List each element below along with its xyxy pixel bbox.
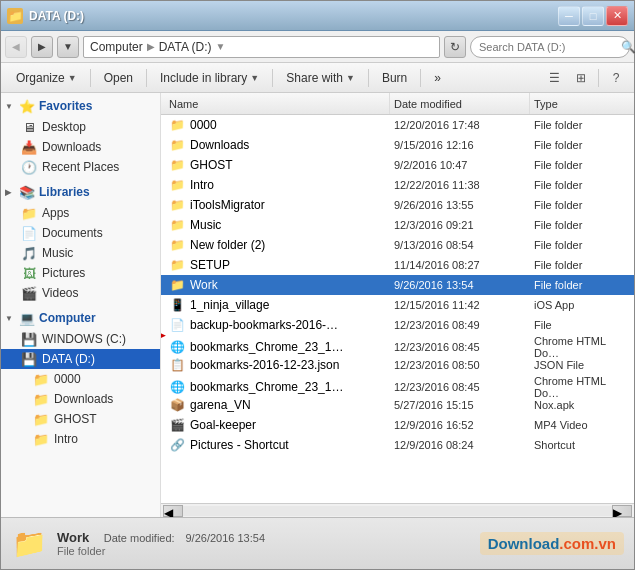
file-name-cell: 📋 bookmarks-2016-12-23.json (165, 357, 390, 373)
search-icon[interactable]: 🔍 (621, 40, 635, 54)
file-apk-icon: 📦 (169, 397, 185, 413)
sidebar-item-videos[interactable]: 🎬 Videos (1, 283, 160, 303)
table-row[interactable]: 📁 Music 12/3/2016 09:21 File folder (161, 215, 634, 235)
sidebar-item-windows[interactable]: 💾 WINDOWS (C:) (1, 329, 160, 349)
view-icons-button[interactable]: ⊞ (569, 67, 593, 89)
table-row[interactable]: 📁 Intro 12/22/2016 11:38 File folder (161, 175, 634, 195)
table-row[interactable]: 🌐 bookmarks_Chrome_23_1… 12/23/2016 08:4… (161, 335, 634, 355)
sidebar-item-desktop[interactable]: 🖥 Desktop (1, 117, 160, 137)
file-folder-icon: 📁 (169, 237, 185, 253)
data-drive-icon: 💾 (21, 351, 37, 367)
sidebar-item-pictures[interactable]: 🖼 Pictures (1, 263, 160, 283)
horizontal-scrollbar[interactable]: ◀ ▶ (161, 503, 634, 517)
title-controls: ─ □ ✕ (558, 6, 628, 26)
col-name[interactable]: Name (165, 93, 390, 114)
title-bar-left: 📁 DATA (D:) (7, 8, 84, 24)
table-row[interactable]: 📁 Work 9/26/2016 13:54 File folder (161, 275, 634, 295)
sidebar-item-downloads[interactable]: 📥 Downloads (1, 137, 160, 157)
sidebar-item-data-downloads[interactable]: 📁 Downloads (1, 389, 160, 409)
pictures-icon: 🖼 (21, 265, 37, 281)
search-input[interactable] (479, 41, 617, 53)
recent-icon: 🕐 (21, 159, 37, 175)
sidebar-item-music[interactable]: 🎵 Music (1, 243, 160, 263)
file-date-cell: 12/9/2016 08:24 (390, 439, 530, 451)
file-type-cell: Shortcut (530, 439, 630, 451)
sidebar-item-data-0000[interactable]: 📁 0000 (1, 369, 160, 389)
refresh-button[interactable]: ↻ (444, 36, 466, 58)
table-row[interactable]: 📁 New folder (2) 9/13/2016 08:54 File fo… (161, 235, 634, 255)
status-date-value: 9/26/2016 13:54 (186, 532, 266, 544)
file-type-cell: Nox.apk (530, 399, 630, 411)
sidebar-item-data[interactable]: 💾 DATA (D:) (1, 349, 160, 369)
back-button[interactable]: ◀ (5, 36, 27, 58)
documents-label: Documents (42, 226, 103, 240)
file-chrome-icon: 🌐 (169, 379, 185, 395)
sidebar-item-recent[interactable]: 🕐 Recent Places (1, 157, 160, 177)
scroll-left-button[interactable]: ◀ (163, 505, 183, 517)
window: 📁 DATA (D:) ─ □ ✕ ◀ ▶ ▼ Computer ▶ DATA … (0, 0, 635, 570)
libraries-header[interactable]: ▶ 📚 Libraries (1, 181, 160, 203)
file-name-text: Music (190, 218, 221, 232)
data-ghost-label: GHOST (54, 412, 97, 426)
computer-header[interactable]: ▼ 💻 Computer (1, 307, 160, 329)
sidebar-item-apps[interactable]: 📁 Apps (1, 203, 160, 223)
minimize-button[interactable]: ─ (558, 6, 580, 26)
help-button[interactable]: ? (604, 67, 628, 89)
view-details-button[interactable]: ☰ (542, 67, 566, 89)
more-button[interactable]: » (425, 66, 450, 90)
more-label: » (434, 71, 441, 85)
organize-button[interactable]: Organize ▼ (7, 66, 86, 90)
file-folder-icon: 📁 (169, 177, 185, 193)
forward-button[interactable]: ▶ (31, 36, 53, 58)
maximize-button[interactable]: □ (582, 6, 604, 26)
status-name-text: Work (57, 530, 89, 545)
table-row[interactable]: 📁 0000 12/20/2016 17:48 File folder (161, 115, 634, 135)
table-row[interactable]: 📁 Downloads 9/15/2016 12:16 File folder (161, 135, 634, 155)
videos-label: Videos (42, 286, 78, 300)
sidebar-item-data-intro[interactable]: 📁 Intro (1, 429, 160, 449)
up-button[interactable]: ▼ (57, 36, 79, 58)
table-row[interactable]: 📁 iToolsMigrator 9/26/2016 13:55 File fo… (161, 195, 634, 215)
file-name-cell: 📱 1_ninja_village (165, 297, 390, 313)
table-row[interactable]: 📁 GHOST 9/2/2016 10:47 File folder (161, 155, 634, 175)
favorites-header[interactable]: ▼ ⭐ Favorites (1, 95, 160, 117)
file-name-cell: 📁 New folder (2) (165, 237, 390, 253)
file-folder-icon: 📁 (169, 117, 185, 133)
table-row[interactable]: 🌐 bookmarks_Chrome_23_1… 12/23/2016 08:4… (161, 375, 634, 395)
file-date-cell: 12/23/2016 08:45 (390, 381, 530, 393)
organize-dropdown-arrow: ▼ (68, 73, 77, 83)
file-date-cell: 12/23/2016 08:50 (390, 359, 530, 371)
file-date-cell: 12/9/2016 16:52 (390, 419, 530, 431)
share-with-arrow: ▼ (346, 73, 355, 83)
table-row[interactable]: 📄 backup-bookmarks-2016-… 12/23/2016 08:… (161, 315, 634, 335)
scroll-right-button[interactable]: ▶ (612, 505, 632, 517)
include-library-button[interactable]: Include in library ▼ (151, 66, 268, 90)
share-with-button[interactable]: Share with ▼ (277, 66, 364, 90)
toolbar-sep5 (420, 69, 421, 87)
file-date-cell: 9/2/2016 10:47 (390, 159, 530, 171)
table-row[interactable]: 🎬 Goal-keeper 12/9/2016 16:52 MP4 Video (161, 415, 634, 435)
burn-button[interactable]: Burn (373, 66, 416, 90)
status-type: File folder (57, 545, 265, 557)
file-type-cell: iOS App (530, 299, 630, 311)
computer-triangle: ▼ (5, 314, 15, 323)
address-path[interactable]: Computer ▶ DATA (D:) ▼ (83, 36, 440, 58)
table-row[interactable]: 📱 1_ninja_village 12/15/2016 11:42 iOS A… (161, 295, 634, 315)
file-name-text: bookmarks-2016-12-23.json (190, 358, 339, 372)
close-button[interactable]: ✕ (606, 6, 628, 26)
file-date-cell: 12/23/2016 08:45 (390, 341, 530, 353)
toolbar-sep1 (90, 69, 91, 87)
file-name-cell: 📁 iToolsMigrator (165, 197, 390, 213)
open-button[interactable]: Open (95, 66, 142, 90)
table-row[interactable]: 📁 SETUP 11/14/2016 08:27 File folder (161, 255, 634, 275)
table-row[interactable]: 🔗 Pictures - Shortcut 12/9/2016 08:24 Sh… (161, 435, 634, 455)
share-with-label: Share with (286, 71, 343, 85)
path-dropdown: ▼ (216, 41, 226, 52)
file-json-icon: 📋 (169, 357, 185, 373)
status-name: Work Date modified: 9/26/2016 13:54 (57, 530, 265, 545)
file-name-text: bookmarks_Chrome_23_1… (190, 340, 343, 354)
col-date[interactable]: Date modified (390, 93, 530, 114)
col-type[interactable]: Type (530, 93, 630, 114)
sidebar-item-documents[interactable]: 📄 Documents (1, 223, 160, 243)
sidebar-item-data-ghost[interactable]: 📁 GHOST (1, 409, 160, 429)
